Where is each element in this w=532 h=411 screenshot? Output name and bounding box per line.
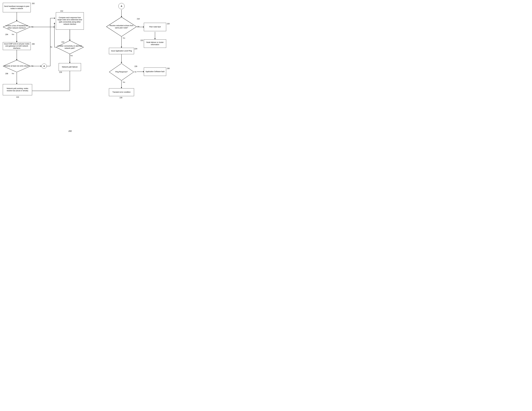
ref-224: 224 (134, 48, 137, 50)
ref-222: 222 (141, 39, 143, 41)
svg-marker-5 (54, 26, 55, 28)
ref-204: 204 (5, 34, 8, 36)
ref-216: 216 (59, 71, 62, 73)
diamond-226: Ping Response? (109, 63, 134, 81)
box-228: Transient error condition (109, 88, 134, 96)
box-206: Issue ICMP echo to all peer nodes and ga… (3, 42, 31, 50)
ref-208: 208 (5, 73, 8, 75)
svg-marker-3 (16, 41, 17, 42)
box-216: Network path failover (59, 63, 81, 71)
svg-marker-39 (54, 18, 55, 19)
label-yes-214: Yes (70, 55, 73, 57)
box-224: Issue Application Level Ping (109, 48, 134, 54)
label-yes-208: Yes (12, 73, 14, 74)
box-230: Application Software fault (144, 68, 166, 76)
ref-210: 210 (16, 96, 19, 98)
circle-a-right: A (118, 3, 124, 9)
svg-marker-29 (121, 47, 122, 48)
diamond-208: Receive at least one echo return? (3, 60, 31, 72)
ref-206: 206 (32, 43, 35, 45)
svg-marker-19 (54, 23, 55, 24)
box-202: Send heartbeat messages to peer nodes in… (3, 3, 31, 12)
box-210: Network path working, nodes resolve loss… (3, 84, 32, 95)
svg-marker-35 (121, 87, 122, 88)
svg-marker-11 (40, 66, 42, 67)
diamond-218: Receive redundant echoes from same peer … (106, 17, 137, 37)
ref-214: 214 (61, 41, 64, 43)
label-yes-204: Yes (12, 34, 14, 35)
label-no-214: No (50, 46, 52, 48)
box-212: Compare each response from target node s… (56, 12, 84, 30)
svg-marker-9 (16, 83, 17, 84)
svg-marker-31 (121, 62, 122, 63)
label-no-208: No (31, 65, 33, 67)
label-yes-226: Yes (123, 81, 125, 83)
svg-marker-27 (154, 38, 156, 39)
flowchart-diagram: Send heartbeat messages to peer nodes in… (0, 0, 177, 137)
label-no-218: No (137, 26, 139, 27)
ref-202: 202 (32, 2, 35, 4)
ref-230: 230 (167, 68, 170, 69)
diamond-208-text: Receive at least one echo return? (3, 65, 31, 67)
ref-220: 220 (167, 23, 170, 25)
diamond-218-text: Receive redundant echoes from same peer … (106, 25, 137, 29)
ref-212: 212 (60, 10, 63, 12)
box-222: Node failover or cluster reformation (144, 39, 166, 48)
diamond-204-text: Is there a loss of heartbeat on either n… (3, 25, 31, 29)
svg-marker-21 (69, 62, 70, 63)
label-no-204: No (31, 26, 33, 28)
label-no-226: No (134, 71, 136, 73)
ref-200: 200 (68, 130, 72, 132)
diamond-204: Is there a loss of heartbeat on either n… (3, 21, 31, 33)
circle-a-left: A (42, 64, 47, 68)
diamond-214: Is better connectivity on alternate netw… (56, 40, 84, 54)
ref-218: 218 (137, 18, 140, 20)
diamond-214-text: Is better connectivity on alternate netw… (56, 45, 84, 49)
ref-228: 228 (120, 97, 122, 99)
diamond-226-text: Ping Response? (114, 71, 129, 73)
box-220: Peer node fault (144, 23, 166, 31)
ref-226: 226 (134, 65, 137, 67)
label-yes-218: Yes (123, 37, 125, 39)
